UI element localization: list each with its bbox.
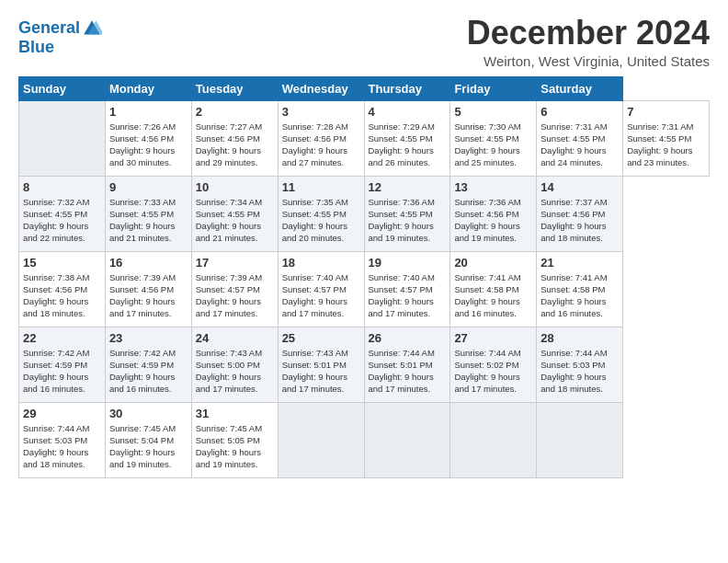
table-row: 22 Sunrise: 7:42 AM Sunset: 4:59 PM Dayl… — [19, 327, 106, 402]
header: General Blue December 2024 Weirton, West… — [18, 15, 710, 69]
table-row: 1 Sunrise: 7:26 AM Sunset: 4:56 PM Dayli… — [105, 100, 191, 176]
table-row: 15 Sunrise: 7:38 AM Sunset: 4:56 PM Dayl… — [19, 251, 106, 327]
day-info: Sunrise: 7:38 AM Sunset: 4:56 PM Dayligh… — [23, 271, 101, 320]
day-number: 19 — [369, 256, 447, 270]
day-info: Sunrise: 7:36 AM Sunset: 4:55 PM Dayligh… — [369, 196, 447, 245]
table-row: 18 Sunrise: 7:40 AM Sunset: 4:57 PM Dayl… — [278, 251, 364, 327]
day-info: Sunrise: 7:44 AM Sunset: 5:03 PM Dayligh… — [540, 347, 619, 396]
col-monday: Monday — [105, 76, 191, 100]
table-row: 17 Sunrise: 7:39 AM Sunset: 4:57 PM Dayl… — [191, 251, 278, 327]
table-row: 2 Sunrise: 7:27 AM Sunset: 4:56 PM Dayli… — [191, 100, 278, 176]
table-row: 8 Sunrise: 7:32 AM Sunset: 4:55 PM Dayli… — [19, 176, 106, 251]
day-info: Sunrise: 7:45 AM Sunset: 5:05 PM Dayligh… — [196, 422, 274, 471]
day-info: Sunrise: 7:33 AM Sunset: 4:55 PM Dayligh… — [109, 196, 188, 245]
day-info: Sunrise: 7:27 AM Sunset: 4:56 PM Dayligh… — [196, 121, 274, 169]
day-number: 8 — [23, 180, 101, 194]
table-row: 27 Sunrise: 7:44 AM Sunset: 5:02 PM Dayl… — [450, 327, 537, 402]
table-row — [450, 402, 537, 477]
day-info: Sunrise: 7:44 AM Sunset: 5:03 PM Dayligh… — [23, 422, 101, 471]
day-info: Sunrise: 7:26 AM Sunset: 4:56 PM Dayligh… — [109, 121, 188, 169]
day-info: Sunrise: 7:43 AM Sunset: 5:01 PM Dayligh… — [282, 347, 360, 396]
day-number: 15 — [23, 256, 101, 270]
table-row: 24 Sunrise: 7:43 AM Sunset: 5:00 PM Dayl… — [191, 327, 278, 402]
day-info: Sunrise: 7:45 AM Sunset: 5:04 PM Dayligh… — [109, 422, 188, 471]
day-number: 10 — [196, 180, 274, 194]
table-row: 6 Sunrise: 7:31 AM Sunset: 4:55 PM Dayli… — [537, 100, 623, 176]
table-row: 9 Sunrise: 7:33 AM Sunset: 4:55 PM Dayli… — [105, 176, 191, 251]
day-number: 2 — [196, 105, 274, 119]
table-row: 26 Sunrise: 7:44 AM Sunset: 5:01 PM Dayl… — [364, 327, 450, 402]
day-info: Sunrise: 7:31 AM Sunset: 4:55 PM Dayligh… — [540, 121, 619, 169]
day-number: 17 — [196, 256, 274, 270]
table-row — [537, 402, 623, 477]
col-thursday: Thursday — [364, 76, 450, 100]
table-row: 5 Sunrise: 7:30 AM Sunset: 4:55 PM Dayli… — [450, 100, 537, 176]
day-info: Sunrise: 7:44 AM Sunset: 5:02 PM Dayligh… — [454, 347, 532, 396]
day-number: 9 — [109, 180, 188, 194]
day-number: 7 — [627, 105, 705, 119]
col-sunday: Sunday — [19, 76, 106, 100]
day-info: Sunrise: 7:40 AM Sunset: 4:57 PM Dayligh… — [282, 271, 360, 320]
logo-text-line1: General — [18, 19, 80, 38]
day-number: 20 — [454, 256, 532, 270]
table-row: 31 Sunrise: 7:45 AM Sunset: 5:05 PM Dayl… — [191, 402, 278, 477]
day-info: Sunrise: 7:28 AM Sunset: 4:56 PM Dayligh… — [282, 121, 360, 169]
day-info: Sunrise: 7:39 AM Sunset: 4:56 PM Dayligh… — [109, 271, 188, 320]
calendar-table: Sunday Monday Tuesday Wednesday Thursday… — [18, 76, 710, 478]
day-number: 24 — [196, 331, 274, 345]
day-number: 11 — [282, 180, 360, 194]
day-number: 6 — [540, 105, 619, 119]
day-info: Sunrise: 7:42 AM Sunset: 4:59 PM Dayligh… — [109, 347, 188, 396]
table-row: 19 Sunrise: 7:40 AM Sunset: 4:57 PM Dayl… — [364, 251, 450, 327]
day-number: 16 — [109, 256, 188, 270]
day-info: Sunrise: 7:39 AM Sunset: 4:57 PM Dayligh… — [196, 271, 274, 320]
day-info: Sunrise: 7:34 AM Sunset: 4:55 PM Dayligh… — [196, 196, 274, 245]
col-tuesday: Tuesday — [191, 76, 278, 100]
table-row: 25 Sunrise: 7:43 AM Sunset: 5:01 PM Dayl… — [278, 327, 364, 402]
calendar-page: General Blue December 2024 Weirton, West… — [0, 0, 728, 563]
table-row: 28 Sunrise: 7:44 AM Sunset: 5:03 PM Dayl… — [537, 327, 623, 402]
day-info: Sunrise: 7:36 AM Sunset: 4:56 PM Dayligh… — [454, 196, 532, 245]
day-number: 3 — [282, 105, 360, 119]
day-info: Sunrise: 7:44 AM Sunset: 5:01 PM Dayligh… — [369, 347, 447, 396]
day-info: Sunrise: 7:29 AM Sunset: 4:55 PM Dayligh… — [369, 121, 447, 169]
table-row: 20 Sunrise: 7:41 AM Sunset: 4:58 PM Dayl… — [450, 251, 537, 327]
table-row — [364, 402, 450, 477]
month-title: December 2024 — [467, 15, 710, 52]
day-info: Sunrise: 7:31 AM Sunset: 4:55 PM Dayligh… — [627, 121, 705, 169]
day-info: Sunrise: 7:43 AM Sunset: 5:00 PM Dayligh… — [196, 347, 274, 396]
table-row: 16 Sunrise: 7:39 AM Sunset: 4:56 PM Dayl… — [105, 251, 191, 327]
table-row: 11 Sunrise: 7:35 AM Sunset: 4:55 PM Dayl… — [278, 176, 364, 251]
day-number: 28 — [540, 331, 619, 345]
day-number: 29 — [23, 407, 101, 420]
table-row — [19, 100, 106, 176]
day-number: 12 — [369, 180, 447, 194]
logo: General Blue — [18, 18, 102, 57]
day-number: 23 — [109, 331, 188, 345]
day-number: 18 — [282, 256, 360, 270]
table-row: 7 Sunrise: 7:31 AM Sunset: 4:55 PM Dayli… — [623, 100, 710, 176]
day-number: 21 — [540, 256, 619, 270]
day-info: Sunrise: 7:42 AM Sunset: 4:59 PM Dayligh… — [23, 347, 101, 396]
day-number: 27 — [454, 331, 532, 345]
table-row: 12 Sunrise: 7:36 AM Sunset: 4:55 PM Dayl… — [364, 176, 450, 251]
day-number: 13 — [454, 180, 532, 194]
table-row — [278, 402, 364, 477]
day-number: 31 — [196, 407, 274, 420]
table-row: 10 Sunrise: 7:34 AM Sunset: 4:55 PM Dayl… — [191, 176, 278, 251]
day-number: 22 — [23, 331, 101, 345]
day-info: Sunrise: 7:37 AM Sunset: 4:56 PM Dayligh… — [540, 196, 619, 245]
table-row: 30 Sunrise: 7:45 AM Sunset: 5:04 PM Dayl… — [105, 402, 191, 477]
col-saturday: Saturday — [537, 76, 623, 100]
title-section: December 2024 Weirton, West Virginia, Un… — [467, 15, 710, 69]
day-info: Sunrise: 7:30 AM Sunset: 4:55 PM Dayligh… — [454, 121, 532, 169]
day-info: Sunrise: 7:32 AM Sunset: 4:55 PM Dayligh… — [23, 196, 101, 245]
table-row: 14 Sunrise: 7:37 AM Sunset: 4:56 PM Dayl… — [537, 176, 623, 251]
table-row: 13 Sunrise: 7:36 AM Sunset: 4:56 PM Dayl… — [450, 176, 537, 251]
logo-icon — [82, 18, 102, 39]
logo-text-line2: Blue — [18, 39, 102, 57]
day-info: Sunrise: 7:40 AM Sunset: 4:57 PM Dayligh… — [369, 271, 447, 320]
day-number: 25 — [282, 331, 360, 345]
table-row: 21 Sunrise: 7:41 AM Sunset: 4:58 PM Dayl… — [537, 251, 623, 327]
table-row: 4 Sunrise: 7:29 AM Sunset: 4:55 PM Dayli… — [364, 100, 450, 176]
